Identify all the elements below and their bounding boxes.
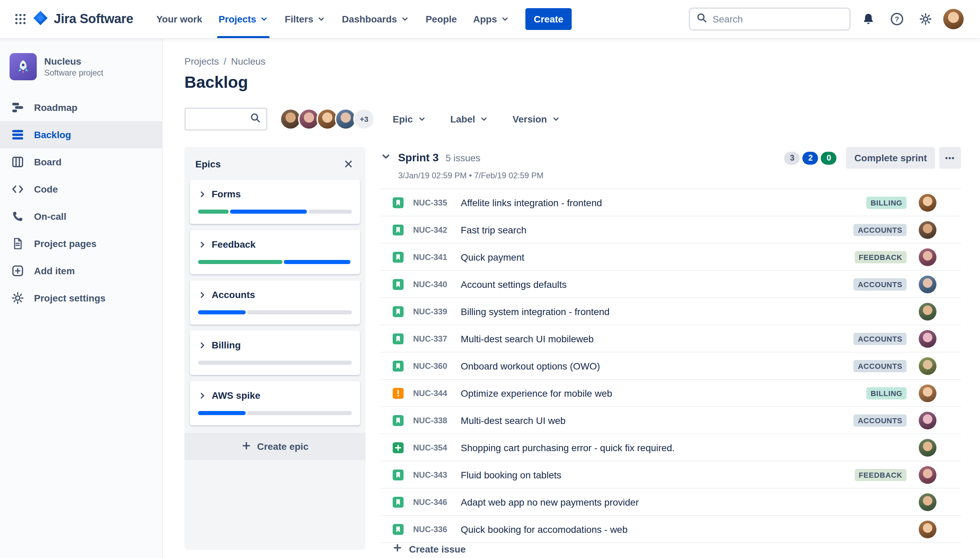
chevron-right-icon <box>198 240 207 249</box>
epic-progress-inprogress <box>198 310 246 314</box>
sidebar-item-on-call[interactable]: On-call <box>0 203 162 230</box>
issue-row[interactable]: NUC-344Optimize experience for mobile we… <box>381 380 961 407</box>
create-issue-button[interactable]: Create issue <box>381 543 961 555</box>
sidebar-item-project-pages[interactable]: Project pages <box>0 230 162 257</box>
issue-key: NUC-346 <box>413 497 453 507</box>
sidebar-item-roadmap[interactable]: Roadmap <box>0 94 162 121</box>
sidebar-item-project-settings[interactable]: Project settings <box>0 284 162 312</box>
issue-row[interactable]: NUC-343Fluid booking on tabletsFEEDBACK <box>381 461 961 489</box>
assignee-avatar[interactable] <box>919 330 936 347</box>
epic-card-forms[interactable]: Forms <box>190 180 360 224</box>
sidebar-item-add-item[interactable]: Add item <box>0 257 162 284</box>
topnav-item-apps[interactable]: Apps <box>465 0 517 38</box>
assignee-avatar[interactable] <box>919 275 936 293</box>
epic-card-header[interactable]: Forms <box>198 189 352 199</box>
plus-icon <box>393 543 402 553</box>
issue-row[interactable]: NUC-339Billing system integration - fron… <box>381 298 961 325</box>
issue-row[interactable]: NUC-336Quick booking for accomodations -… <box>381 516 961 543</box>
assignee-avatar[interactable] <box>919 302 936 320</box>
assignee-avatar[interactable] <box>919 248 936 266</box>
jira-logo[interactable]: Jira Software <box>33 10 133 28</box>
sidebar-item-code[interactable]: Code <box>0 176 162 203</box>
issue-summary: Onboard workout options (OWO) <box>461 360 854 371</box>
issue-row[interactable]: NUC-340Account settings defaultsACCOUNTS <box>381 271 961 298</box>
epic-progress-bar <box>198 411 352 415</box>
epic-progress-inprogress <box>284 260 350 264</box>
oncall-icon <box>11 210 25 223</box>
issue-summary: Quick booking for accomodations - web <box>461 524 906 535</box>
create-button[interactable]: Create <box>526 8 572 30</box>
settings-gear-icon <box>11 291 25 305</box>
backlog-search[interactable] <box>184 108 268 131</box>
help-button[interactable]: ? <box>886 8 908 30</box>
sidebar-item-backlog[interactable]: Backlog <box>0 121 162 148</box>
create-epic-label: Create epic <box>257 441 309 452</box>
topnav-item-label: Apps <box>473 14 497 25</box>
assignee-avatar[interactable] <box>919 357 936 374</box>
project-avatar <box>10 53 37 80</box>
chevron-right-icon <box>198 290 207 299</box>
topnav-item-your-work[interactable]: Your work <box>148 0 210 38</box>
notifications-button[interactable] <box>857 8 879 30</box>
topnav-item-projects[interactable]: Projects <box>210 0 277 38</box>
filter-dropdown-epic[interactable]: Epic <box>393 114 426 125</box>
board-icon <box>11 155 25 169</box>
filter-dropdown-label[interactable]: Label <box>450 114 488 125</box>
epic-progress-inprogress <box>198 411 246 415</box>
epic-progress-bar <box>198 210 352 214</box>
epic-card-header[interactable]: AWS spike <box>198 390 352 401</box>
assignee-avatar[interactable] <box>919 411 936 429</box>
complete-sprint-button[interactable]: Complete sprint <box>846 147 935 169</box>
assignee-avatar[interactable] <box>919 384 936 402</box>
sprint-more-button[interactable]: ••• <box>939 147 961 169</box>
assignee-avatar[interactable] <box>919 438 936 456</box>
epic-card-header[interactable]: Billing <box>198 340 352 350</box>
assignee-avatar[interactable] <box>919 520 936 538</box>
issue-row[interactable]: NUC-354Shopping cart purchasing error - … <box>381 434 961 461</box>
create-issue-label: Create issue <box>409 543 466 554</box>
assignee-avatar[interactable] <box>919 493 936 511</box>
topnav-item-dashboards[interactable]: Dashboards <box>334 0 417 38</box>
avatar-overflow-chip[interactable]: +3 <box>353 108 375 130</box>
user-avatar[interactable] <box>943 9 964 29</box>
topnav-right: ? <box>689 8 964 31</box>
issue-summary: Account settings defaults <box>461 279 854 290</box>
epic-progress-done <box>198 260 283 264</box>
epic-card-billing[interactable]: Billing <box>190 331 360 375</box>
issue-row[interactable]: NUC-338Multi-dest search UI webACCOUNTS <box>381 407 961 434</box>
issue-row[interactable]: NUC-337Multi-dest search UI mobilewebACC… <box>381 325 961 353</box>
issue-key: NUC-344 <box>413 388 453 398</box>
topnav-item-filters[interactable]: Filters <box>277 0 334 38</box>
issue-row[interactable]: NUC-335Affelite links integration - fron… <box>381 189 961 217</box>
filter-dropdown-version[interactable]: Version <box>512 114 560 125</box>
assignee-avatar[interactable] <box>919 466 936 484</box>
backlog-search-input[interactable] <box>191 114 250 125</box>
global-search-input[interactable] <box>712 14 843 25</box>
breadcrumb-project-link[interactable]: Nucleus <box>231 56 266 67</box>
backlog-icon <box>11 128 25 141</box>
epics-panel: Epics FormsFeedbackAccountsBillingAWS sp… <box>184 147 366 550</box>
epic-card-aws-spike[interactable]: AWS spike <box>190 381 360 425</box>
global-search[interactable] <box>689 8 851 31</box>
epic-card-feedback[interactable]: Feedback <box>190 230 360 274</box>
app-switcher-button[interactable] <box>10 8 31 30</box>
topnav-item-people[interactable]: People <box>417 0 465 38</box>
breadcrumb-projects-link[interactable]: Projects <box>184 56 219 67</box>
epic-card-header[interactable]: Feedback <box>198 239 352 250</box>
settings-button[interactable] <box>915 8 936 30</box>
epics-panel-close-button[interactable] <box>340 156 356 172</box>
chevron-down-icon[interactable] <box>381 151 391 165</box>
issue-row[interactable]: NUC-341Quick paymentFEEDBACK <box>381 244 961 271</box>
epic-card-header[interactable]: Accounts <box>198 289 352 300</box>
issue-row[interactable]: NUC-360Onboard workout options (OWO)ACCO… <box>381 353 961 380</box>
issue-row[interactable]: NUC-346Adapt web app no new payments pro… <box>381 489 961 516</box>
assignee-avatar[interactable] <box>919 221 936 238</box>
sidebar-item-board[interactable]: Board <box>0 148 162 176</box>
create-epic-button[interactable]: Create epic <box>184 433 366 460</box>
page-title: Backlog <box>184 72 961 92</box>
dropdown-label: Epic <box>393 114 413 125</box>
epic-card-accounts[interactable]: Accounts <box>190 281 360 325</box>
assignee-avatar[interactable] <box>919 194 936 211</box>
epic-label-badge: ACCOUNTS <box>854 332 906 345</box>
issue-row[interactable]: NUC-342Fast trip searchACCOUNTS <box>381 217 961 244</box>
